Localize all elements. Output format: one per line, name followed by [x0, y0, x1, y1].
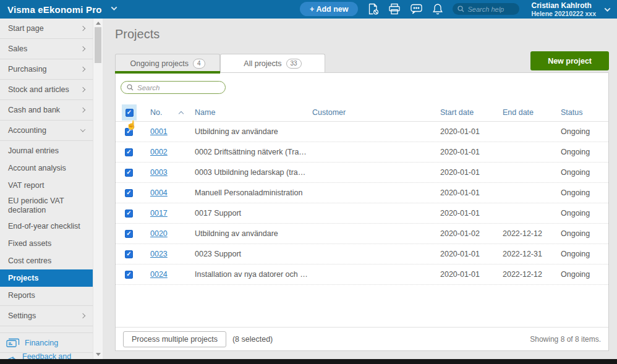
- sidebar-item-settings[interactable]: Settings: [0, 306, 93, 326]
- tab-bar: Ongoing projects 4 All projects 33 New p…: [115, 51, 609, 72]
- help-search-input[interactable]: Search help: [453, 3, 519, 15]
- chevron-right-icon: [80, 46, 85, 51]
- user-menu[interactable]: Cristian Kahlroth Helene 20210222 xxx: [531, 1, 596, 18]
- table-row: ✓0004Manuell Personaladministration2020-…: [116, 183, 608, 203]
- project-end-date: 2022-12-12: [500, 270, 558, 279]
- sidebar-item-accounting[interactable]: Accounting: [0, 121, 93, 141]
- app-title: Visma eEkonomi Pro: [7, 4, 102, 15]
- sidebar-item-label: Purchasing: [8, 65, 47, 74]
- sort-ascending-icon[interactable]: [179, 111, 184, 116]
- sidebar-subitem-account-analysis[interactable]: Account analysis: [0, 159, 93, 177]
- table-search-input[interactable]: Search: [121, 81, 226, 94]
- sidebar-subitem-end-of-year-checklist[interactable]: End-of-year checklist: [0, 218, 93, 235]
- project-number-link[interactable]: 0004: [150, 188, 168, 197]
- sidebar-item-label: Stock and articles: [8, 85, 69, 94]
- document-export-icon[interactable]: [367, 3, 379, 15]
- project-name: 0002 Driftsättning nätverk (Transakti...: [192, 148, 309, 156]
- project-number-link[interactable]: 0020: [150, 229, 168, 238]
- tab-label: All projects: [244, 59, 281, 68]
- column-header-name[interactable]: Name: [192, 108, 309, 117]
- process-multiple-projects-button[interactable]: Process multiple projects: [123, 331, 226, 347]
- column-header-start-date[interactable]: Start date: [437, 108, 500, 117]
- sidebar-item-label: Settings: [8, 311, 36, 320]
- panel-footer: Process multiple projects (8 selected) S…: [116, 327, 608, 350]
- sidebar-subitem-eu-periodic-vat-declaration[interactable]: EU periodic VAT declaration: [0, 194, 93, 218]
- tab-label: Ongoing projects: [130, 59, 189, 68]
- user-menu-chevron-down-icon[interactable]: [605, 6, 611, 12]
- sidebar-subitem-fixed-assets[interactable]: Fixed assets: [0, 235, 93, 252]
- project-name: Manuell Personaladministration: [192, 188, 309, 197]
- sidebar-subitem-cost-centres[interactable]: Cost centres: [0, 252, 93, 269]
- row-checkbox[interactable]: ✓: [125, 271, 133, 279]
- project-name: 0023 Support: [192, 250, 309, 258]
- row-checkbox[interactable]: ✓: [125, 148, 133, 156]
- column-header-no[interactable]: No.: [150, 108, 162, 117]
- column-header-end-date[interactable]: End date: [500, 108, 558, 117]
- selected-count: (8 selected): [232, 335, 273, 344]
- scrollbar-thumb[interactable]: [95, 27, 101, 63]
- project-start-date: 2020-01-01: [437, 250, 500, 258]
- project-end-date: 2022-12-31: [500, 250, 558, 258]
- table-row: ✓00230023 Support2020-01-012022-12-31Ong…: [116, 244, 608, 265]
- select-all-checkbox[interactable]: ✓: [126, 109, 134, 117]
- sidebar-item-label: Start page: [8, 24, 44, 33]
- sidebar-subitem-reports[interactable]: Reports: [0, 287, 93, 304]
- project-name: 0003 Utbildning ledarskap (transaktio...: [192, 168, 309, 177]
- page-title: Projects: [115, 27, 609, 41]
- project-end-date: 2022-12-12: [500, 229, 558, 238]
- project-number-link[interactable]: 0002: [150, 148, 168, 156]
- new-project-button[interactable]: New project: [530, 51, 609, 70]
- app-menu-chevron-down-icon[interactable]: [111, 4, 117, 11]
- bottom-edge-strip: [0, 359, 617, 364]
- table-row: ✓00170017 Support2020-01-01Ongoing: [116, 203, 608, 224]
- sidebar-scrollbar[interactable]: [93, 19, 103, 359]
- sidebar: Start pageSalesPurchasingStock and artic…: [0, 19, 93, 359]
- sidebar-item-stock-and-articles[interactable]: Stock and articles: [0, 80, 93, 100]
- scroll-up-arrow-icon[interactable]: [96, 22, 101, 25]
- scroll-down-arrow-icon[interactable]: [96, 353, 101, 356]
- row-checkbox[interactable]: ✓: [125, 250, 133, 258]
- select-all-highlight: ✓: [122, 104, 137, 121]
- table-row: ✓0001Utbildning av användare2020-01-01On…: [116, 122, 608, 142]
- row-checkbox[interactable]: ✓: [125, 169, 133, 177]
- sidebar-subitem-journal-entries[interactable]: Journal entries: [0, 142, 93, 159]
- project-start-date: 2020-01-01: [437, 209, 500, 218]
- add-new-button[interactable]: + Add new: [300, 2, 358, 16]
- projects-panel: Search ✓ ☝ No. Name Customer: [115, 72, 609, 351]
- sidebar-item-purchasing[interactable]: Purchasing: [0, 59, 93, 80]
- project-number-link[interactable]: 0024: [150, 270, 168, 279]
- sidebar-item-cash-and-bank[interactable]: Cash and bank: [0, 100, 93, 121]
- user-company: Helene 20210222 xxx: [531, 10, 596, 18]
- sidebar-item-label: Accounting: [8, 126, 46, 135]
- notifications-bell-icon[interactable]: [432, 3, 443, 15]
- sidebar-item-financing[interactable]: Financing: [0, 332, 93, 353]
- tab-ongoing-projects[interactable]: Ongoing projects 4: [115, 54, 220, 72]
- project-number-link[interactable]: 0001: [150, 127, 168, 136]
- column-header-customer[interactable]: Customer: [309, 108, 437, 117]
- project-number-link[interactable]: 0023: [150, 250, 168, 258]
- tab-count-badge: 4: [193, 59, 205, 69]
- project-name: Utbildning av användare: [192, 229, 309, 238]
- sidebar-item-start-page[interactable]: Start page: [0, 19, 93, 39]
- print-icon[interactable]: [388, 3, 401, 15]
- sidebar-subitem-vat-report[interactable]: VAT report: [0, 177, 93, 194]
- sidebar-item-sales[interactable]: Sales: [0, 39, 93, 59]
- chat-icon[interactable]: [410, 3, 423, 15]
- project-number-link[interactable]: 0017: [150, 209, 168, 218]
- search-icon: [127, 84, 134, 91]
- sidebar-item-feedback-and-ideas[interactable]: Feedback and ideas: [0, 355, 93, 359]
- row-checkbox[interactable]: ✓: [125, 210, 133, 218]
- row-checkbox[interactable]: ✓: [125, 189, 133, 197]
- project-number-link[interactable]: 0003: [150, 168, 168, 177]
- column-header-status[interactable]: Status: [558, 108, 601, 117]
- sidebar-subitem-projects[interactable]: Projects: [0, 269, 93, 287]
- user-name: Cristian Kahlroth: [531, 1, 596, 10]
- chevron-right-icon: [80, 108, 85, 112]
- project-status: Ongoing: [558, 127, 601, 136]
- chevron-down-icon: [80, 127, 85, 132]
- project-start-date: 2020-01-01: [437, 148, 500, 156]
- table-row: ✓0024Installation av nya datorer och nät…: [116, 265, 608, 285]
- tab-all-projects[interactable]: All projects 33: [220, 54, 325, 72]
- table-rows: ✓0001Utbildning av användare2020-01-01On…: [116, 122, 608, 285]
- row-checkbox[interactable]: ✓: [125, 230, 133, 238]
